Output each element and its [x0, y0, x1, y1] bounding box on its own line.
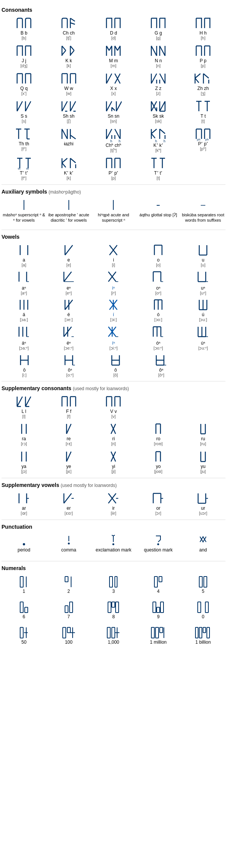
vowel-glyph: [197, 270, 209, 285]
sc-label: ro: [156, 436, 160, 441]
list-item: and: [181, 532, 225, 559]
supp-vowels-section: Supplementary vowels (used mostly for lo…: [2, 482, 225, 517]
vowel-ipa: [uⁿ]: [200, 291, 206, 295]
svg-line-16: [65, 245, 73, 255]
consonant-glyph: [150, 72, 167, 86]
sc-ipa: [jɛ]: [66, 469, 71, 474]
sc-label: ri: [112, 436, 115, 441]
vowel-ipa: [ɔu:]: [199, 317, 207, 322]
consonant-ipa: [n]: [156, 63, 160, 68]
supp-vowels-grid: ar [ɑr] er [ɛɛr] ir: [2, 490, 225, 517]
sv-label: er: [67, 506, 71, 511]
svg-rect-149: [154, 577, 157, 587]
list-item: 7: [46, 599, 91, 624]
consonant-glyph: [195, 100, 211, 113]
vowel-ipa: [ɔi:ⁿ]: [110, 346, 118, 351]
vowel-ipa: [i]: [112, 263, 115, 267]
svg-text:ph: ph: [197, 138, 200, 141]
list-item: M m [m]: [91, 43, 136, 70]
consonant-label: Kʼ kʼ: [64, 170, 73, 176]
svg-text:h: h: [164, 139, 165, 143]
vowel-glyph: [108, 270, 119, 285]
list-item: 1 million: [136, 624, 181, 649]
section-divider: [2, 561, 225, 561]
list-item: 100: [46, 624, 91, 649]
list-item: iⁿ [iⁿ]: [91, 269, 136, 297]
list-item: Kʼ kʼ [k]: [46, 155, 91, 182]
sc-ipa: [joʊ]: [154, 469, 162, 474]
auxiliary-grid: máshoⁿ superscript ⁿ & ⁿ for vowels ibe …: [2, 197, 225, 227]
consonant-ipa: [tʃ]: [66, 36, 71, 41]
svg-rect-151: [199, 577, 202, 587]
list-item: er [ɛɛr]: [46, 490, 91, 517]
vowel-label: oⁿ: [156, 285, 160, 291]
consonant-glyph: ph ph: [195, 128, 211, 141]
aux-label: ibe apostrophe ' acute diacritic ′ for v…: [47, 212, 90, 223]
vowel-glyph: [18, 270, 30, 285]
numeral-label: 6: [23, 614, 25, 619]
sc-label: F f: [66, 409, 71, 414]
vowel-label: ú: [202, 312, 205, 317]
sv-glyph: [18, 492, 30, 506]
list-item: V v [v]: [91, 394, 136, 420]
vowel-label: uⁿ: [201, 285, 205, 291]
consonant-glyph: [194, 72, 213, 86]
sc-label: V v: [110, 409, 117, 414]
sc-ipa: [ru]: [200, 441, 206, 446]
numeral-label: 9: [157, 614, 160, 619]
list-item: u [u]: [181, 242, 225, 269]
consonant-label: W w: [64, 86, 73, 91]
numeral-glyph: [151, 600, 165, 614]
svg-rect-162: [160, 602, 164, 613]
vowel-glyph: [63, 270, 75, 285]
consonant-glyph: [150, 157, 167, 170]
list-item: 6: [2, 599, 46, 624]
sc-glyph: [199, 450, 207, 464]
consonant-label: Tʼ tʼ: [20, 170, 28, 176]
vowel-ipa: [ɔi:]: [110, 317, 117, 322]
svg-text:th: th: [18, 167, 21, 170]
vowel-glyph: [64, 244, 73, 257]
numerals-title: Numerals: [2, 565, 225, 571]
numeral-glyph: [63, 575, 74, 589]
list-item: eⁿ [eⁿ]: [46, 269, 91, 297]
list-item: 0: [181, 599, 225, 624]
sc-glyph: [154, 450, 162, 464]
consonant-label: Sk sk: [153, 113, 164, 119]
consonant-ipa: [b]: [22, 36, 26, 40]
sc-glyph: [16, 395, 32, 409]
list-item: íⁿ [ɔi:ⁿ]: [91, 324, 136, 352]
consonant-ipa: [sk]: [155, 119, 162, 123]
supp-vowels-subtitle: (used mostly for loanwords): [61, 483, 117, 488]
punctuation-title: Punctuation: [2, 524, 225, 530]
consonant-ipa: [s]: [22, 119, 26, 123]
numeral-label: 2: [67, 589, 70, 594]
sv-glyph: [197, 492, 209, 506]
list-item: ibe apostrophe ' acute diacritic ′ for v…: [46, 197, 91, 227]
consonant-label: X x: [110, 86, 117, 91]
sc-glyph: [154, 422, 162, 436]
consonant-ipa: [p]: [201, 63, 205, 68]
consonant-label: P p: [200, 58, 206, 63]
vowel-ipa: [oⁿ]: [155, 291, 161, 295]
vowel-ipa: [a]: [22, 263, 26, 267]
svg-rect-165: [20, 627, 23, 638]
supp-consonants-subtitle: (used mostly for loanwords): [73, 386, 129, 391]
punct-glyph: [154, 534, 162, 547]
consonant-label: Pʼ pʼ: [108, 170, 118, 176]
list-item: ra [rɔ]: [2, 421, 46, 448]
consonant-ipa: [k]: [67, 176, 71, 180]
sc-ipa: [ji]: [111, 469, 116, 474]
consonant-glyph: [105, 72, 122, 86]
punctuation-grid: period comma exclamation mark: [2, 532, 225, 559]
vowel-label: é: [67, 312, 70, 317]
numeral-glyph: [106, 626, 120, 640]
consonant-label: K k: [65, 58, 72, 63]
list-item: 1: [2, 573, 46, 598]
sc-label: ra: [22, 436, 26, 441]
list-item: ye [jɛ]: [46, 449, 91, 476]
sc-label: L l: [22, 409, 26, 414]
sc-label: ya: [22, 464, 27, 469]
auxiliary-section: Auxiliary symbols (máshoⁿpāgtho) máshoⁿ …: [2, 189, 225, 227]
consonant-label: B b: [21, 30, 27, 36]
